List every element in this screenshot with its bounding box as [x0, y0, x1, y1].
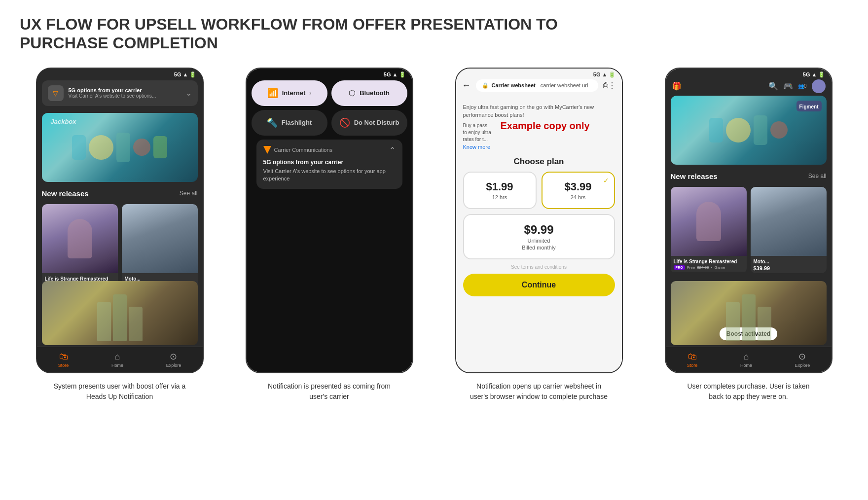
search-icon[interactable]: 🔍 — [768, 81, 778, 91]
s1-notif-text: 5G options from your carrier Visit Carri… — [69, 87, 181, 99]
s3-example-overlay: Example copy only — [501, 120, 590, 132]
s2-qs-row1: 📶 Internet › ⬡ Bluetooth — [252, 80, 407, 106]
s4-nav-explore[interactable]: ⊙ Explore — [795, 351, 810, 368]
status-text-1: 5G ▲ 🔋 — [174, 71, 197, 78]
s4-dot-sep: • — [711, 265, 713, 270]
s2-notification-section: Carrier Communications ⌃ 5G options from… — [256, 140, 402, 189]
s3-know-more-link[interactable]: Know more — [456, 144, 622, 150]
s4-game-meta-1: Life is Strange Remastered PRO Free $24.… — [671, 256, 747, 272]
s1-notif-expand-icon[interactable]: ⌄ — [186, 89, 192, 97]
s4-soldier-art — [671, 281, 827, 345]
s1-nav-store[interactable]: 🛍 Store — [58, 352, 69, 368]
s4-content: 5G ▲ 🔋 🎁 🔍 🎮 👥0 — [666, 69, 832, 372]
s3-continue-button[interactable]: Continue — [463, 274, 615, 296]
s3-unlimited-label: Unlimited — [469, 238, 609, 244]
s3-choose-plan-heading: Choose plan — [456, 157, 622, 167]
s4-section-header: New releases See all — [671, 172, 827, 180]
s2-notif-source: Carrier Communications — [263, 146, 333, 154]
status-bar-4: 5G ▲ 🔋 — [666, 69, 832, 81]
s4-game-tags-1: PRO Free $24.99 • Game — [674, 265, 744, 270]
gift-icon[interactable]: 🎁 — [672, 81, 682, 91]
s3-example-copy-text: Example copy only — [501, 120, 590, 131]
s1-nav-explore[interactable]: ⊙ Explore — [166, 351, 181, 368]
s4-game-price-2: $39.99 — [754, 265, 824, 271]
s2-notif-body: Visit Carrier A's website to see options… — [263, 168, 396, 183]
s1-top-banner: Jackbox — [42, 113, 198, 182]
screens-row: 5G ▲ 🔋 ▽ 5G options from your carrier Vi… — [20, 68, 848, 402]
bluetooth-icon: ⬡ — [349, 88, 356, 98]
s3-url-bar[interactable]: 🔒 Carrier websheet carrier websheet url — [476, 79, 598, 92]
s4-icons-right: 🔍 🎮 👥0 — [768, 79, 826, 93]
s1-see-all-link[interactable]: See all — [180, 190, 198, 197]
screen3-caption: Notification opens up carrier websheet i… — [470, 381, 608, 402]
s4-game-art-1 — [671, 187, 747, 256]
s2-dnd-tile[interactable]: 🚫 Do Not Disturb — [331, 110, 407, 136]
s3-websheet-body: Enjoy ultra fast gaming on the go with M… — [456, 98, 622, 372]
s1-nav-bar: 🛍 Store ⌂ Home ⊙ Explore — [37, 347, 203, 372]
jackbox-art: Jackbox — [42, 113, 198, 182]
controller-icon[interactable]: 🎮 — [783, 81, 793, 91]
s4-price-tag: $24.99 — [697, 265, 709, 270]
s1-game-art-1 — [42, 204, 118, 273]
s4-game-card-1[interactable]: Life is Strange Remastered PRO Free $24.… — [671, 187, 747, 273]
s3-plan-card-2[interactable]: ✓ $3.99 24 hrs — [542, 172, 615, 209]
phone-frame-4: 5G ▲ 🔋 🎁 🔍 🎮 👥0 — [665, 68, 832, 373]
s4-top-bar: 🎁 🔍 🎮 👥0 — [666, 79, 832, 93]
wifi-icon: 📶 — [267, 88, 278, 99]
s1-heads-up-notification[interactable]: ▽ 5G options from your carrier Visit Car… — [42, 80, 198, 106]
s2-bluetooth-tile[interactable]: ⬡ Bluetooth — [331, 80, 407, 106]
phone-frame-2: 5G ▲ 🔋 📶 Internet › ⬡ Bluetooth — [246, 68, 413, 373]
s3-browser-bar: ← 🔒 Carrier websheet carrier websheet ur… — [456, 79, 622, 92]
s3-content: 5G ▲ 🔋 ← 🔒 Carrier websheet carrier webs… — [456, 69, 622, 372]
s4-game-art-2 — [751, 187, 827, 256]
s1-home-label: Home — [111, 363, 123, 368]
s4-game-card-2[interactable]: Moto... $39.99 — [751, 187, 827, 273]
s3-plan-duration-1: 12 hrs — [469, 194, 531, 200]
store-icon: 🛍 — [59, 352, 68, 362]
phone-frame-3: 5G ▲ 🔋 ← 🔒 Carrier websheet carrier webs… — [455, 68, 623, 373]
s1-notif-sub: Visit Carrier A's website to see options… — [69, 93, 181, 99]
screen1-col: 5G ▲ 🔋 ▽ 5G options from your carrier Vi… — [20, 68, 219, 402]
s4-nav-home[interactable]: ⌂ Home — [740, 352, 752, 368]
s2-flashlight-label: Flashlight — [282, 119, 312, 126]
s1-section-title: New releases — [42, 189, 89, 198]
s1-game-card-1[interactable]: Life is Strange Remastered PRO Free $24.… — [42, 204, 118, 290]
user-avatar[interactable] — [812, 79, 826, 93]
s2-internet-tile[interactable]: 📶 Internet › — [252, 80, 327, 106]
s3-plan-card-1[interactable]: $1.99 12 hrs — [463, 172, 537, 209]
s1-nav-home[interactable]: ⌂ Home — [111, 352, 123, 368]
s3-carrier-text: Enjoy ultra fast gaming on the go with M… — [456, 98, 622, 122]
s1-explore-label: Explore — [166, 363, 181, 368]
s2-flashlight-tile[interactable]: 🔦 Flashlight — [252, 110, 327, 136]
s3-plan-unlimited[interactable]: $9.99 Unlimited Billed monthly — [463, 214, 615, 259]
s1-bottom-banner — [42, 281, 198, 345]
s3-plans-row: $1.99 12 hrs ✓ $3.99 24 hrs — [456, 172, 622, 209]
s1-game-card-2[interactable]: Moto... $39.99 — [122, 204, 198, 290]
s4-store-label: Store — [687, 363, 698, 368]
s1-notif-title: 5G options from your carrier — [69, 87, 181, 93]
s3-plan-price-2: $3.99 — [547, 180, 609, 193]
more-icon[interactable]: ⋮ — [608, 81, 616, 90]
s4-explore-label: Explore — [795, 363, 810, 368]
s2-quick-settings: 📶 Internet › ⬡ Bluetooth 🔦 Flashlight — [252, 80, 407, 140]
s4-see-all-link[interactable]: See all — [808, 173, 827, 179]
s4-section-title: New releases — [671, 172, 718, 180]
status-bar-2: 5G ▲ 🔋 — [247, 69, 412, 81]
s4-nav-store[interactable]: 🛍 Store — [687, 352, 698, 368]
s4-game-title-2: Moto... — [754, 259, 824, 264]
s2-notif-expand-icon[interactable]: ⌃ — [389, 145, 396, 155]
s4-home-label: Home — [740, 363, 752, 368]
s4-nav-bar: 🛍 Store ⌂ Home ⊙ Explore — [666, 347, 832, 372]
s3-url-text: carrier websheet url — [541, 82, 588, 88]
s3-terms-text: See terms and conditions — [456, 264, 622, 270]
s2-notif-card[interactable]: Carrier Communications ⌃ 5G options from… — [256, 140, 402, 189]
s3-back-button[interactable]: ← — [462, 80, 471, 91]
flashlight-icon: 🔦 — [267, 117, 278, 128]
status-text-2: 5G ▲ 🔋 — [384, 71, 406, 78]
s2-notif-header: Carrier Communications ⌃ — [263, 145, 396, 155]
screen4-caption: User completes purchase. User is taken b… — [680, 381, 818, 402]
s1-games-row: Life is Strange Remastered PRO Free $24.… — [42, 204, 198, 290]
status-text-4: 5G ▲ 🔋 — [803, 71, 826, 78]
s2-bluetooth-label: Bluetooth — [360, 89, 390, 97]
share-icon[interactable]: ⎙ — [603, 81, 608, 90]
